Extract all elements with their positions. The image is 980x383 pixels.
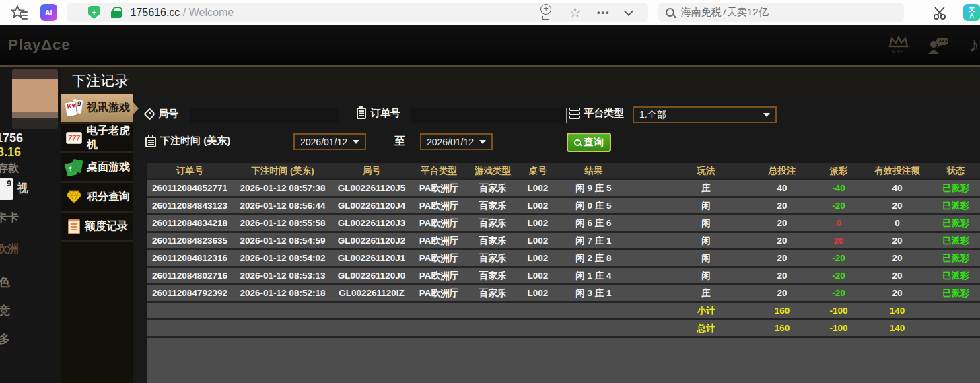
table-header-row: 订单号 下注时间 (美东) 局号 平台类型 游戏类型 桌号 结果 玩法 总投注 … — [147, 163, 980, 180]
cell-table: L002 — [518, 218, 557, 228]
query-button[interactable]: 查询 — [567, 133, 611, 152]
ai-assistant-icon[interactable]: AI — [40, 4, 57, 21]
cell-bet: 20 — [750, 236, 814, 246]
cell-order: 260112084843123 — [147, 201, 233, 211]
cell-game: 百家乐 — [467, 182, 518, 195]
caret-down-icon — [353, 140, 359, 144]
background-page-strip: 1756 3.16 存款 9 视 卡卡 欧洲 色 竞 多 — [0, 67, 61, 383]
cell-game: 百家乐 — [467, 217, 518, 230]
cell-play: 闲 — [662, 270, 750, 282]
cell-valid: 0 — [863, 218, 932, 228]
cell-time: 2026-01-12 08:55:58 — [233, 218, 332, 228]
cell-order: 260112084812316 — [147, 253, 233, 263]
scissors-icon[interactable] — [932, 5, 948, 21]
bet-time-label-group: 下注时间 (美东) — [145, 135, 230, 147]
search-icon — [574, 139, 581, 146]
cell-game: 百家乐 — [467, 200, 518, 212]
col-status: 状态 — [932, 165, 980, 177]
date-from-picker[interactable]: 2026/01/12 — [293, 133, 366, 150]
cell-platform: PA欧洲厅 — [411, 270, 467, 282]
chevron-down-icon[interactable] — [624, 6, 633, 15]
cell-time: 2026-01-12 08:56:44 — [233, 201, 332, 211]
collections-icon[interactable] — [11, 5, 28, 21]
sidebar-item-video-games[interactable]: 9 K♥ 视讯游戏 — [61, 94, 133, 124]
music-note-icon[interactable]: ♪ — [968, 34, 980, 57]
cell-payout: -20 — [814, 288, 863, 298]
search-input[interactable] — [681, 7, 883, 18]
cell-payout: -20 — [814, 271, 863, 281]
bg-account-number: 1756 — [0, 131, 23, 145]
favorite-star-icon[interactable]: ☆ — [569, 5, 581, 20]
caret-down-icon — [763, 113, 770, 117]
total-payout: -100 — [814, 323, 863, 333]
ellipsis-icon[interactable]: ••• — [597, 7, 610, 18]
cell-time: 2026-01-12 08:54:02 — [233, 253, 332, 263]
cell-status: 已派彩 — [932, 252, 980, 265]
col-platform: 平台类型 — [411, 165, 467, 177]
sidebar-item-label: 积分查询 — [87, 190, 130, 204]
cell-round: GL002261120J5 — [332, 183, 411, 193]
cell-valid: 20 — [863, 288, 932, 298]
cell-platform: PA欧洲厅 — [411, 200, 467, 212]
date-range-to-label: 至 — [394, 135, 405, 149]
lock-icon[interactable] — [111, 7, 121, 19]
vip-crown-icon[interactable]: VIP — [888, 36, 909, 55]
cell-game: 百家乐 — [467, 287, 518, 300]
platform-type-select[interactable]: 1.全部 — [633, 106, 777, 123]
list-icon — [569, 108, 580, 119]
page-url[interactable]: 175616.cc / Welcome — [131, 7, 234, 19]
table-row: 260112084834218 2026-01-12 08:55:58 GL00… — [147, 215, 980, 233]
search-box[interactable] — [658, 3, 905, 22]
cell-result: 闲 3 庄 1 — [557, 287, 630, 300]
security-shield-icon[interactable]: + — [88, 6, 100, 19]
address-bar[interactable]: + 175616.cc / Welcome ☆ ••• — [67, 3, 648, 22]
cell-valid: 20 — [863, 201, 932, 211]
customer-service-icon[interactable] — [928, 36, 949, 54]
order-number-input[interactable] — [411, 108, 567, 123]
sidebar-item-quota-records[interactable]: 额度记录 — [61, 213, 133, 242]
cell-payout: -20 — [814, 201, 863, 211]
sidebar-item-label: 额度记录 — [85, 219, 128, 234]
round-number-input[interactable] — [190, 108, 339, 123]
cell-game: 百家乐 — [467, 235, 518, 247]
cell-time: 2026-01-12 08:53:13 — [233, 271, 332, 281]
col-play: 玩法 — [662, 165, 750, 177]
playing-cards-icon: 9 K♥ — [66, 100, 82, 117]
cell-play: 闲 — [662, 235, 750, 247]
site-navbar: PlayΔce VIP ♪ — [0, 25, 980, 67]
cell-order: 260112084834218 — [147, 218, 233, 228]
playace-logo[interactable]: PlayΔce — [8, 36, 71, 54]
sidebar-item-table-games[interactable]: $ 桌面游戏 — [61, 153, 133, 183]
cell-result: 闲 7 庄 1 — [557, 235, 630, 247]
col-order: 订单号 — [147, 165, 233, 177]
cell-table: L002 — [518, 271, 557, 281]
sidebar-item-slots[interactable]: 777 电子老虎机 — [61, 124, 133, 153]
diamond-icon — [66, 190, 82, 204]
bg-balance-amount: 3.16 — [0, 145, 21, 160]
bg-jing-label: 竞 — [0, 303, 10, 318]
translate-icon[interactable]: 文 A — [963, 4, 980, 21]
cell-payout: -40 — [814, 183, 863, 193]
platform-type-label-group: 平台类型 — [569, 107, 624, 120]
table-row: 260112084823635 2026-01-12 08:54:59 GL00… — [147, 233, 980, 250]
bg-kaka-label: 卡卡 — [0, 210, 19, 225]
col-time: 下注时间 (美东) — [233, 165, 332, 177]
cell-status: 已派彩 — [932, 182, 980, 195]
cell-round: GL002261120J3 — [332, 218, 411, 228]
table-row: 260112084812316 2026-01-12 08:54:02 GL00… — [147, 250, 980, 268]
cell-time: 2026-01-12 08:54:59 — [233, 236, 332, 246]
cell-valid: 40 — [863, 183, 932, 193]
cell-time: 2026-01-12 08:57:38 — [233, 183, 332, 193]
plus-circle-icon[interactable] — [538, 5, 552, 20]
vip-label: VIP — [893, 48, 905, 55]
cell-round: GL002261120IZ — [332, 288, 411, 298]
round-number-label-group: 局号 — [145, 108, 178, 120]
cell-round: GL002261120J0 — [332, 271, 411, 281]
date-to-picker[interactable]: 2026/01/12 — [420, 133, 493, 150]
cell-valid: 20 — [863, 253, 932, 263]
cell-platform: PA欧洲厅 — [411, 235, 467, 247]
sidebar-item-points-query[interactable]: 积分查询 — [61, 183, 133, 213]
subtotal-payout: -100 — [814, 306, 863, 316]
modal-title: 下注记录 — [61, 67, 980, 94]
cell-status: 已派彩 — [932, 287, 980, 300]
